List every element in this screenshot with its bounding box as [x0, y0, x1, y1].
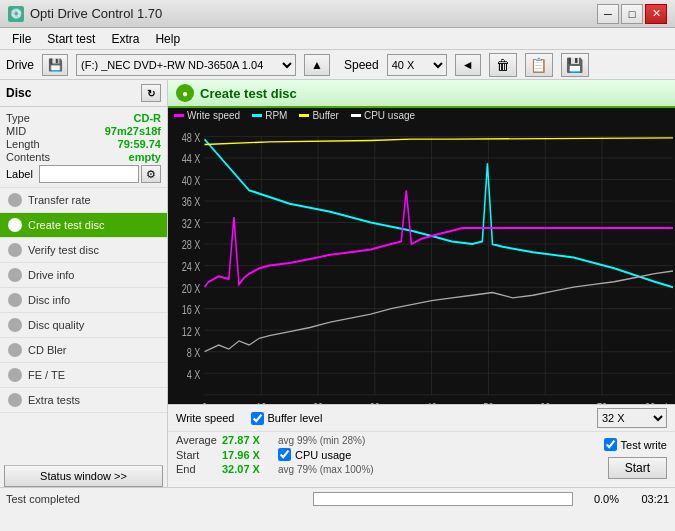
nav-icon-cd-bler — [8, 343, 22, 357]
disc-label-input[interactable] — [39, 165, 139, 183]
status-window-btn[interactable]: Status window >> — [4, 465, 163, 487]
nav-label-create-test-disc: Create test disc — [28, 219, 104, 231]
disc-type-label: Type — [6, 112, 30, 124]
title-bar: 💿 Opti Drive Control 1.70 ─ □ ✕ — [0, 0, 675, 28]
nav-create-test-disc[interactable]: Create test disc — [0, 213, 167, 238]
legend-label-buffer: Buffer — [312, 110, 339, 121]
disc-header: Disc ↻ — [0, 80, 167, 107]
disc-length-row: Length 79:59.74 — [6, 138, 161, 150]
window-controls: ─ □ ✕ — [597, 4, 667, 24]
nav-icon-extra-tests — [8, 393, 22, 407]
copy-btn[interactable]: 📋 — [525, 53, 553, 77]
nav-icon-create-test-disc — [8, 218, 22, 232]
nav-transfer-rate[interactable]: Transfer rate — [0, 188, 167, 213]
nav-label-disc-info: Disc info — [28, 294, 70, 306]
svg-text:80 min: 80 min — [645, 401, 672, 404]
disc-mid-row: MID 97m27s18f — [6, 125, 161, 137]
stat-average-value: 27.87 X — [222, 434, 272, 446]
disc-label-row: Label ⚙ — [6, 165, 161, 183]
cpu-usage-group[interactable]: CPU usage — [278, 448, 351, 461]
test-write-checkbox[interactable] — [604, 438, 617, 451]
nav-label-verify-test-disc: Verify test disc — [28, 244, 99, 256]
stats-bottom-row: Average 27.87 X avg 99% (min 28%) Start … — [168, 432, 675, 487]
nav-label-fe-te: FE / TE — [28, 369, 65, 381]
disc-length-label: Length — [6, 138, 40, 150]
save-btn[interactable]: 💾 — [561, 53, 589, 77]
bottom-section: Write speed Buffer level 32 X 8 X 16 X 2… — [168, 404, 675, 487]
nav-items: Transfer rate Create test disc Verify te… — [0, 188, 167, 461]
panel-title: Create test disc — [200, 86, 297, 101]
close-button[interactable]: ✕ — [645, 4, 667, 24]
nav-disc-info[interactable]: Disc info — [0, 288, 167, 313]
nav-label-drive-info: Drive info — [28, 269, 74, 281]
drive-icon-btn[interactable]: 💾 — [42, 54, 68, 76]
buffer-level-checkbox[interactable] — [251, 412, 264, 425]
legend-dot-buffer — [299, 114, 309, 117]
stat-end-label: End — [176, 463, 216, 475]
stat-end-extra: avg 79% (max 100%) — [278, 464, 374, 475]
menu-start-test[interactable]: Start test — [39, 30, 103, 48]
svg-text:0: 0 — [202, 401, 207, 404]
nav-extra-tests[interactable]: Extra tests — [0, 388, 167, 413]
chart-legend: Write speed RPM Buffer CPU usage — [168, 108, 675, 123]
eject-button[interactable]: ▲ — [304, 54, 330, 76]
disc-length-value: 79:59.74 — [118, 138, 161, 150]
disc-mid-value: 97m27s18f — [105, 125, 161, 137]
nav-fe-te[interactable]: FE / TE — [0, 363, 167, 388]
disc-mid-label: MID — [6, 125, 26, 137]
maximize-button[interactable]: □ — [621, 4, 643, 24]
controls-row: Write speed Buffer level 32 X 8 X 16 X 2… — [168, 405, 675, 432]
menu-file[interactable]: File — [4, 30, 39, 48]
left-panel: Disc ↻ Type CD-R MID 97m27s18f Length 79… — [0, 80, 168, 487]
progress-text: 0.0% — [579, 493, 619, 505]
stat-start-value: 17.96 X — [222, 449, 272, 461]
panel-icon: ● — [176, 84, 194, 102]
legend-dot-rpm — [252, 114, 262, 117]
speed-select[interactable]: 40 X — [387, 54, 447, 76]
app-icon: 💿 — [8, 6, 24, 22]
write-speed-group: Write speed — [176, 412, 235, 424]
svg-text:8 X: 8 X — [187, 346, 201, 360]
svg-text:70: 70 — [597, 401, 607, 404]
chart-svg: 48 X 44 X 40 X 36 X 32 X 28 X 24 X 20 X … — [168, 123, 675, 404]
minimize-button[interactable]: ─ — [597, 4, 619, 24]
erase-btn[interactable]: 🗑 — [489, 53, 517, 77]
cpu-usage-checkbox[interactable] — [278, 448, 291, 461]
test-write-label: Test write — [621, 439, 667, 451]
svg-text:28 X: 28 X — [182, 238, 201, 252]
svg-text:10: 10 — [256, 401, 266, 404]
stat-start-row: Start 17.96 X CPU usage — [176, 448, 374, 461]
speed-dropdown[interactable]: 32 X 8 X 16 X 24 X 40 X 48 X — [597, 408, 667, 428]
legend-dot-write-speed — [174, 114, 184, 117]
legend-cpu: CPU usage — [351, 110, 415, 121]
legend-label-rpm: RPM — [265, 110, 287, 121]
disc-label-icon-btn[interactable]: ⚙ — [141, 165, 161, 183]
nav-icon-fe-te — [8, 368, 22, 382]
buffer-level-group[interactable]: Buffer level — [251, 412, 323, 425]
svg-text:30: 30 — [370, 401, 380, 404]
start-button[interactable]: Start — [608, 457, 667, 479]
main-layout: Disc ↻ Type CD-R MID 97m27s18f Length 79… — [0, 80, 675, 487]
nav-label-disc-quality: Disc quality — [28, 319, 84, 331]
speed-prev-btn[interactable]: ◄ — [455, 54, 481, 76]
nav-cd-bler[interactable]: CD Bler — [0, 338, 167, 363]
disc-type-row: Type CD-R — [6, 112, 161, 124]
drive-bar: Drive 💾 (F:) _NEC DVD+-RW ND-3650A 1.04 … — [0, 50, 675, 80]
nav-drive-info[interactable]: Drive info — [0, 263, 167, 288]
disc-refresh-btn[interactable]: ↻ — [141, 84, 161, 102]
svg-text:16 X: 16 X — [182, 303, 201, 317]
disc-contents-row: Contents empty — [6, 151, 161, 163]
stats-group: Average 27.87 X avg 99% (min 28%) Start … — [176, 434, 374, 475]
legend-dot-cpu — [351, 114, 361, 117]
menu-help[interactable]: Help — [147, 30, 188, 48]
disc-info-section: Type CD-R MID 97m27s18f Length 79:59.74 … — [0, 107, 167, 188]
drive-select[interactable]: (F:) _NEC DVD+-RW ND-3650A 1.04 — [76, 54, 296, 76]
cpu-usage-label: CPU usage — [295, 449, 351, 461]
app-title: Opti Drive Control 1.70 — [30, 6, 162, 21]
nav-verify-test-disc[interactable]: Verify test disc — [0, 238, 167, 263]
menu-extra[interactable]: Extra — [103, 30, 147, 48]
legend-buffer: Buffer — [299, 110, 339, 121]
legend-label-cpu: CPU usage — [364, 110, 415, 121]
nav-disc-quality[interactable]: Disc quality — [0, 313, 167, 338]
disc-contents-label: Contents — [6, 151, 50, 163]
